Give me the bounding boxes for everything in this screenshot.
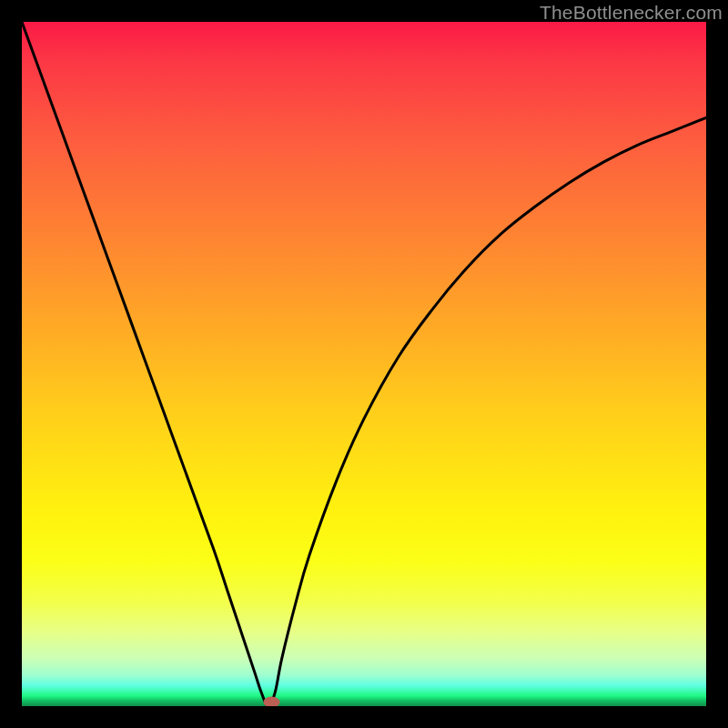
chart-frame: TheBottlenecker.com (0, 0, 728, 728)
curve-minimum-marker (263, 696, 279, 706)
watermark-text: TheBottlenecker.com (540, 2, 723, 24)
bottleneck-curve (22, 22, 706, 706)
plot-area (22, 22, 706, 706)
curve-layer (22, 22, 706, 706)
